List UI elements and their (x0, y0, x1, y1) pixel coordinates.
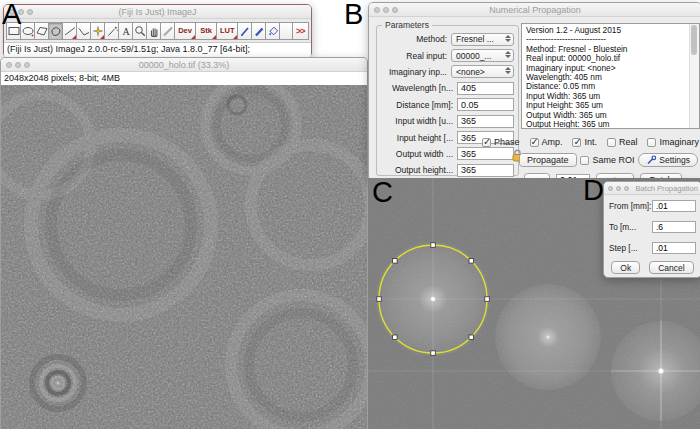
hologram-canvas[interactable] (1, 85, 367, 429)
method-select[interactable]: Fresnel ... (451, 33, 514, 46)
brush-tool-button[interactable] (251, 22, 266, 40)
fill-tool-button[interactable] (265, 22, 280, 40)
roi-handle-w[interactable] (377, 297, 382, 302)
imaginary-checkbox[interactable]: Imaginary (647, 137, 699, 147)
imaginary-input-select[interactable]: <none> (451, 65, 514, 78)
to-field[interactable] (652, 221, 696, 233)
fiji-main-window: (Fiji Is Just) ImageJ A Dev Stk LUT >> (… (3, 4, 312, 56)
imaginary-input-value: <none> (456, 67, 485, 77)
stk-tool-button[interactable]: Stk (195, 22, 217, 40)
stk-label: Stk (200, 26, 212, 35)
dev-tool-button[interactable]: Dev (174, 22, 196, 40)
pencil-tool-button[interactable] (237, 22, 252, 40)
same-roi-checkbox[interactable]: Same ROI (580, 155, 634, 165)
fiji-window-title: (Fiji Is Just) ImageJ (4, 7, 311, 17)
roi-handle-s[interactable] (431, 351, 436, 356)
propagation-log: Version 1.2 - August 2015 --------------… (521, 23, 700, 129)
wand-tool-button[interactable] (104, 22, 119, 40)
empty-tool-slot[interactable] (279, 22, 292, 40)
numprop-titlebar[interactable]: Numerical Propagation (369, 3, 700, 17)
log-text: Version 1.2 - August 2015 --------------… (522, 24, 699, 129)
roi-handle-se[interactable] (469, 335, 474, 340)
hand-tool-button[interactable] (146, 22, 161, 40)
propagate-button[interactable]: Propagate (519, 153, 577, 167)
same-roi-label: Same ROI (592, 155, 634, 165)
holo-window-title: 00000_holo.tif (33.3%) (1, 60, 367, 70)
panel-label-a: A (2, 0, 21, 29)
text-icon: A (119, 25, 132, 37)
ok-label: Ok (620, 263, 631, 273)
phase-checkbox[interactable]: Phase (482, 137, 520, 147)
angle-tool-button[interactable] (76, 22, 91, 40)
holo-titlebar[interactable]: 00000_holo.tif (33.3%) (1, 58, 367, 72)
wand-icon (105, 25, 118, 37)
roi-handle-n[interactable] (431, 243, 436, 248)
fiji-titlebar[interactable]: (Fiji Is Just) ImageJ (4, 5, 311, 19)
wavelength-field[interactable] (457, 82, 514, 95)
to-label: To [m... (609, 222, 652, 232)
settings-button[interactable]: Settings (638, 153, 698, 167)
distance-label: Distance [mm]: (379, 100, 457, 110)
holo-info-text: 2048x2048 pixels; 8-bit; 4MB (1, 72, 367, 86)
checkbox-box (572, 138, 581, 147)
roi-handle-sw[interactable] (393, 335, 398, 340)
freehand-icon (49, 25, 62, 37)
amp-label: Amp. (542, 137, 563, 147)
wavelength-label: Wavelength [n... (379, 83, 457, 93)
from-field[interactable] (652, 200, 696, 212)
output-height-label: Output height... (379, 165, 457, 175)
scrollbar-thumb[interactable] (691, 25, 697, 55)
point-tool-button[interactable] (90, 22, 105, 40)
roi-handle-e[interactable] (485, 297, 490, 302)
brush-icon (252, 25, 265, 37)
ok-button[interactable]: Ok (611, 261, 640, 274)
output-height-row: Output height... (377, 162, 518, 178)
oval-icon (21, 25, 34, 37)
fiji-toolbar: A Dev Stk LUT >> (4, 19, 311, 42)
fiji-status-text: (Fiji Is Just) ImageJ 2.0.0-rc-59/1.51g;… (4, 42, 311, 57)
more-tools-button[interactable]: >> (292, 22, 309, 40)
svg-text:A: A (122, 26, 130, 37)
real-checkbox[interactable]: Real (607, 137, 638, 147)
cancel-button[interactable]: Cancel (649, 261, 693, 274)
checkbox-box (482, 138, 491, 147)
real-input-select[interactable]: 00000_... (451, 49, 514, 62)
polygon-tool-button[interactable] (34, 22, 49, 40)
propagate-label: Propagate (527, 155, 569, 165)
line-tool-button[interactable] (62, 22, 77, 40)
fill-bucket-icon (266, 25, 279, 37)
more-tools-label: >> (296, 26, 305, 36)
dropper-tool-button[interactable] (160, 22, 175, 40)
wrench-icon (646, 155, 656, 165)
cancel-label: Cancel (658, 263, 684, 273)
roi-handle-ne[interactable] (469, 259, 474, 264)
method-value: Fresnel ... (456, 34, 494, 44)
int-label: Int. (584, 137, 597, 147)
step-label: Step [... (609, 243, 652, 253)
text-tool-button[interactable]: A (118, 22, 133, 40)
imaginary-input-label: Imaginary inp... (379, 67, 451, 77)
amp-checkbox[interactable]: Amp. (530, 137, 563, 147)
from-label: From [mm]: (609, 201, 652, 211)
batch-dialog-buttons: Ok Cancel (604, 261, 700, 274)
oval-tool-button[interactable] (20, 22, 35, 40)
input-width-field[interactable] (457, 115, 514, 128)
numerical-propagation-window: Numerical Propagation Parameters Method:… (368, 2, 700, 180)
distance-row: Distance [mm]: (377, 97, 518, 113)
lut-tool-button[interactable]: LUT (216, 22, 238, 40)
batch-titlebar[interactable]: Batch Propagation (604, 182, 700, 195)
freehand-tool-button[interactable] (48, 22, 63, 40)
method-row: Method: Fresnel ... (377, 31, 518, 47)
magnifier-icon (133, 25, 146, 37)
hologram-image (1, 85, 367, 429)
updown-arrows-icon (505, 67, 511, 74)
distance-field[interactable] (457, 98, 514, 111)
output-width-field[interactable] (457, 147, 514, 160)
magnifier-tool-button[interactable] (132, 22, 147, 40)
polygon-icon (35, 25, 48, 37)
log-scrollbar[interactable] (689, 24, 699, 128)
int-checkbox[interactable]: Int. (572, 137, 597, 147)
step-field[interactable] (652, 242, 696, 254)
output-height-field[interactable] (457, 164, 514, 177)
roi-handle-nw[interactable] (393, 259, 398, 264)
